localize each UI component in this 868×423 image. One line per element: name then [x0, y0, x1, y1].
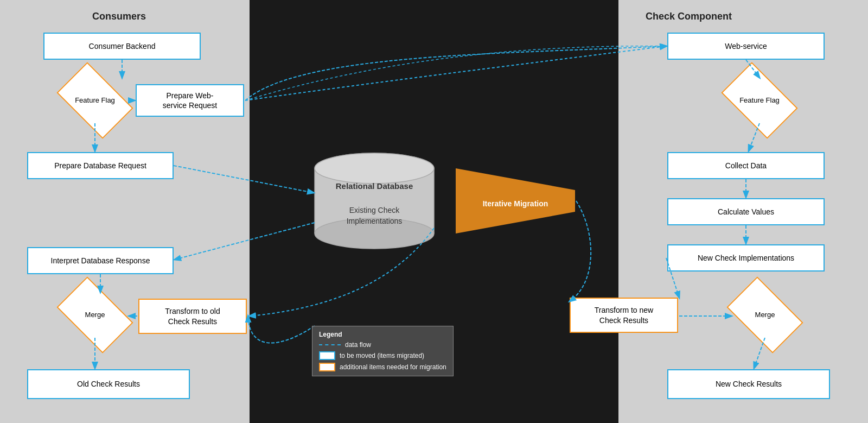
old-check-results-box: Old Check Results [27, 369, 190, 399]
feature-flag-diamond-right: Feature Flag [727, 79, 792, 122]
legend-dashed-line [319, 344, 341, 345]
collect-data-box: Collect Data [667, 152, 825, 179]
check-component-header: Check Component [646, 11, 732, 22]
transform-new-box: Transform to new Check Results [570, 298, 678, 333]
legend-title: Legend [319, 331, 446, 338]
merge-diamond-left: Merge [62, 293, 127, 337]
legend-data-flow: data flow [319, 341, 446, 349]
prepare-webservice-box: Prepare Web- service Request [136, 84, 244, 117]
legend-white-box-item: to be moved (items migrated) [319, 351, 446, 360]
new-check-results-box: New Check Results [667, 369, 830, 399]
interpret-db-response-box: Interpret Database Response [27, 247, 174, 274]
feature-flag-diamond-left: Feature Flag [62, 79, 127, 122]
legend-orange-box-item: additional items needed for migration [319, 363, 446, 371]
legend-white-box [319, 351, 335, 360]
consumers-header: Consumers [92, 11, 146, 22]
legend-orange-box [319, 363, 335, 371]
legend-white-box-label: to be moved (items migrated) [340, 352, 424, 359]
legend-container: Legend data flow to be moved (items migr… [312, 326, 454, 376]
prepare-db-request-box: Prepare Database Request [27, 152, 174, 179]
legend-data-flow-label: data flow [345, 341, 371, 349]
calculate-values-box: Calculate Values [667, 198, 825, 225]
web-service-box: Web-service [667, 33, 825, 60]
transform-old-box: Transform to old Check Results [138, 299, 247, 334]
new-check-impl-box: New Check Implementations [667, 244, 825, 272]
merge-diamond-right: Merge [732, 293, 797, 337]
legend-orange-box-label: additional items needed for migration [340, 363, 446, 371]
consumer-backend-box: Consumer Backend [43, 33, 201, 60]
